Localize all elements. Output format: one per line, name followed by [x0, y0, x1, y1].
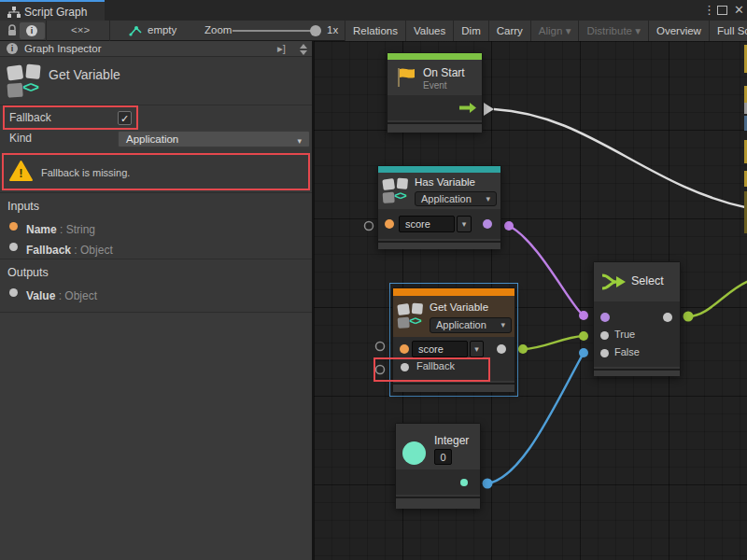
close-icon[interactable]: ✕: [734, 3, 744, 18]
node-integer[interactable]: Integer 0: [395, 423, 481, 509]
graph-pointer-button[interactable]: empty: [112, 21, 190, 41]
graph-toolbar: i <×> empty Zoom 1x Relations Values Dim…: [0, 21, 747, 41]
script-graph-icon: [7, 6, 21, 19]
kind-dropdown[interactable]: Application ▾: [118, 131, 310, 147]
overview-button[interactable]: Overview: [648, 21, 709, 41]
graph-pointer-icon: [129, 25, 142, 36]
true-port-label: True: [614, 329, 635, 340]
caret-down-icon: ▾: [635, 25, 641, 36]
zoom-label: Zoom: [204, 24, 232, 35]
inspector-empty-area: [0, 314, 312, 560]
values-button[interactable]: Values: [405, 21, 453, 41]
graph-canvas[interactable]: On Start Event <> Has Variable Applicat: [312, 41, 747, 560]
outputs-header: Outputs: [7, 266, 49, 279]
input-row-name: Name : String: [26, 220, 95, 237]
node-has-variable[interactable]: <> Has Variable Application ▾ score ▾: [377, 165, 501, 249]
unit-title: Get Variable: [49, 67, 120, 82]
dim-button[interactable]: Dim: [453, 21, 487, 41]
code-view-icon[interactable]: <×>: [71, 24, 90, 35]
caret-down-icon: ▾: [297, 133, 302, 148]
input-type: : Object: [71, 244, 113, 257]
kind-value: Application: [119, 133, 178, 145]
info-icon: i: [7, 43, 18, 54]
carry-button[interactable]: Carry: [488, 21, 530, 41]
tab-bar: Script Graph ⋮ ✕: [0, 0, 747, 21]
variable-unit-icon: <>: [398, 302, 425, 329]
scroll-up-icon[interactable]: [300, 44, 307, 49]
selection-output-port[interactable]: [663, 313, 672, 322]
zoom-slider-handle[interactable]: [310, 25, 321, 36]
kind-dropdown[interactable]: Application ▾: [430, 317, 512, 333]
variable-picker-button[interactable]: ▾: [470, 341, 484, 357]
kebab-menu-icon[interactable]: ⋮: [703, 3, 715, 18]
fallback-option-label: Fallback: [9, 111, 51, 124]
kind-value: Application: [421, 193, 472, 204]
input-port-dot-name[interactable]: [9, 222, 18, 231]
kind-dropdown[interactable]: Application ▾: [415, 191, 497, 206]
zoom-slider-track[interactable]: [233, 30, 315, 32]
fallback-checkbox[interactable]: ✓: [118, 111, 132, 125]
node-title: Get Variable: [430, 301, 488, 313]
warning-icon: !: [8, 160, 34, 182]
node-on-start[interactable]: On Start Event: [387, 52, 483, 133]
zoom-value: 1x: [327, 24, 338, 35]
inputs-header: Inputs: [7, 200, 39, 213]
node-title: On Start: [423, 66, 465, 79]
node-select[interactable]: Select True False: [593, 261, 681, 376]
kind-label: Kind: [9, 132, 32, 145]
inspector-title: Graph Inspector: [24, 41, 101, 57]
input-port-dot-fallback[interactable]: [9, 243, 18, 251]
svg-text:!: !: [19, 166, 22, 180]
warning-text: Fallback is missing.: [41, 167, 130, 178]
distribute-label: Distribute: [586, 25, 632, 36]
output-name: Value: [26, 289, 55, 302]
lock-icon[interactable]: [7, 24, 18, 37]
name-input-port[interactable]: [385, 219, 394, 229]
variable-unit-icon: <>: [383, 177, 410, 204]
false-port-label: False: [614, 346, 640, 357]
integer-icon: [402, 441, 426, 465]
graph-pointer-label: empty: [148, 24, 176, 35]
relations-button[interactable]: Relations: [345, 21, 405, 41]
node-subtitle: Event: [423, 80, 447, 91]
variable-picker-button[interactable]: ▾: [457, 216, 472, 232]
node-title: Integer: [434, 434, 469, 447]
integer-output-port[interactable]: [460, 479, 468, 486]
control-output-port[interactable]: [458, 103, 477, 113]
select-icon: [600, 272, 627, 292]
maximize-icon[interactable]: [717, 6, 727, 15]
inspector-toggle-button[interactable]: i: [20, 22, 45, 39]
variable-unit-icon: <>: [7, 63, 43, 99]
output-type: : Object: [55, 289, 97, 302]
caret-down-icon: ▾: [462, 219, 467, 229]
caret-down-icon: ▾: [500, 318, 505, 331]
info-icon: i: [26, 25, 37, 36]
caret-down-icon: ▾: [474, 344, 479, 354]
condition-input-port[interactable]: [600, 313, 610, 322]
output-port-dot-value[interactable]: [9, 288, 18, 297]
fallback-port-highlight: [374, 357, 490, 382]
integer-value-input[interactable]: 0: [434, 449, 452, 465]
input-name: Name: [26, 223, 57, 236]
value-output-port[interactable]: [497, 344, 506, 354]
kind-value: Application: [436, 319, 486, 330]
name-input[interactable]: score: [412, 341, 468, 357]
tab-script-graph[interactable]: Script Graph: [0, 0, 105, 21]
name-input-port[interactable]: [400, 344, 409, 354]
full-screen-button[interactable]: Full Screen: [709, 21, 747, 41]
tab-title: Script Graph: [24, 3, 87, 21]
bool-output-port[interactable]: [483, 219, 492, 229]
caret-down-icon: ▾: [486, 192, 490, 205]
control-connection-arrow: [484, 103, 494, 116]
graph-inspector-panel: i Graph Inspector ▸] <> Get Variable Fal…: [0, 41, 312, 560]
true-input-port[interactable]: [600, 331, 609, 340]
name-input[interactable]: score: [399, 216, 455, 232]
distribute-button[interactable]: Distribute ▾: [578, 21, 648, 41]
scroll-down-icon[interactable]: [300, 50, 307, 55]
dock-icon[interactable]: ▸]: [277, 41, 286, 57]
input-type: : String: [57, 223, 95, 236]
false-input-port[interactable]: [600, 349, 609, 357]
align-button[interactable]: Align ▾: [530, 21, 579, 41]
align-label: Align: [539, 25, 563, 36]
output-row-value: Value : Object: [26, 287, 97, 303]
